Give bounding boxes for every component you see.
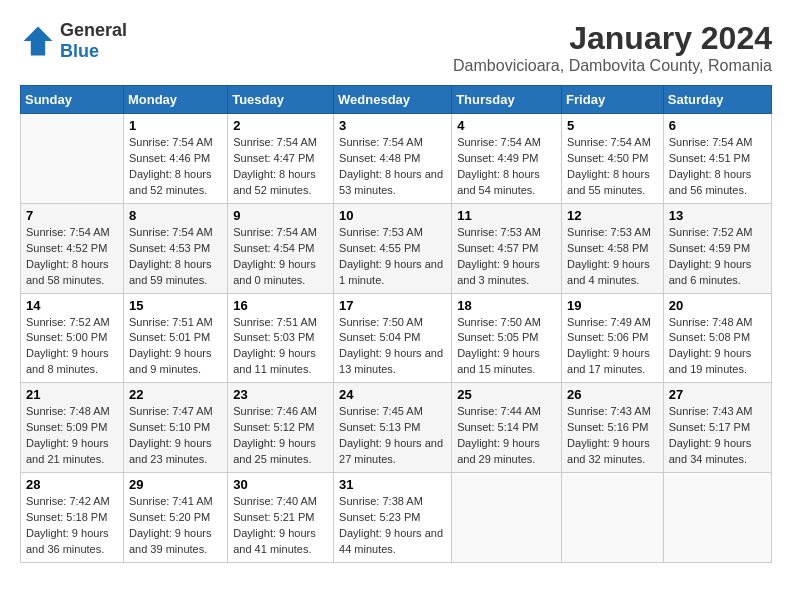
day-number: 2 — [233, 118, 328, 133]
calendar-week-row: 21 Sunrise: 7:48 AMSunset: 5:09 PMDaylig… — [21, 383, 772, 473]
day-number: 25 — [457, 387, 556, 402]
day-number: 24 — [339, 387, 446, 402]
day-number: 17 — [339, 298, 446, 313]
calendar-cell: 12 Sunrise: 7:53 AMSunset: 4:58 PMDaylig… — [562, 203, 664, 293]
day-info: Sunrise: 7:54 AMSunset: 4:49 PMDaylight:… — [457, 135, 556, 199]
day-info: Sunrise: 7:42 AMSunset: 5:18 PMDaylight:… — [26, 494, 118, 558]
day-number: 4 — [457, 118, 556, 133]
day-info: Sunrise: 7:54 AMSunset: 4:51 PMDaylight:… — [669, 135, 766, 199]
calendar-cell: 3 Sunrise: 7:54 AMSunset: 4:48 PMDayligh… — [334, 114, 452, 204]
day-info: Sunrise: 7:53 AMSunset: 4:57 PMDaylight:… — [457, 225, 556, 289]
calendar-week-row: 1 Sunrise: 7:54 AMSunset: 4:46 PMDayligh… — [21, 114, 772, 204]
calendar-cell: 28 Sunrise: 7:42 AMSunset: 5:18 PMDaylig… — [21, 473, 124, 563]
calendar-cell: 23 Sunrise: 7:46 AMSunset: 5:12 PMDaylig… — [228, 383, 334, 473]
day-info: Sunrise: 7:38 AMSunset: 5:23 PMDaylight:… — [339, 494, 446, 558]
day-number: 30 — [233, 477, 328, 492]
calendar-cell: 1 Sunrise: 7:54 AMSunset: 4:46 PMDayligh… — [123, 114, 227, 204]
calendar-cell: 31 Sunrise: 7:38 AMSunset: 5:23 PMDaylig… — [334, 473, 452, 563]
day-info: Sunrise: 7:40 AMSunset: 5:21 PMDaylight:… — [233, 494, 328, 558]
calendar-cell: 22 Sunrise: 7:47 AMSunset: 5:10 PMDaylig… — [123, 383, 227, 473]
calendar-cell: 29 Sunrise: 7:41 AMSunset: 5:20 PMDaylig… — [123, 473, 227, 563]
weekday-header: Friday — [562, 86, 664, 114]
calendar-week-row: 14 Sunrise: 7:52 AMSunset: 5:00 PMDaylig… — [21, 293, 772, 383]
day-number: 9 — [233, 208, 328, 223]
day-number: 20 — [669, 298, 766, 313]
day-number: 10 — [339, 208, 446, 223]
weekday-header: Sunday — [21, 86, 124, 114]
page-header: General Blue January 2024 Dambovicioara,… — [20, 20, 772, 75]
day-number: 27 — [669, 387, 766, 402]
calendar-week-row: 28 Sunrise: 7:42 AMSunset: 5:18 PMDaylig… — [21, 473, 772, 563]
logo-text: General Blue — [60, 20, 127, 62]
day-number: 19 — [567, 298, 658, 313]
calendar-cell: 5 Sunrise: 7:54 AMSunset: 4:50 PMDayligh… — [562, 114, 664, 204]
calendar-cell — [452, 473, 562, 563]
day-number: 18 — [457, 298, 556, 313]
calendar-cell: 9 Sunrise: 7:54 AMSunset: 4:54 PMDayligh… — [228, 203, 334, 293]
day-info: Sunrise: 7:54 AMSunset: 4:52 PMDaylight:… — [26, 225, 118, 289]
day-info: Sunrise: 7:43 AMSunset: 5:17 PMDaylight:… — [669, 404, 766, 468]
svg-marker-0 — [24, 27, 53, 56]
calendar-cell: 18 Sunrise: 7:50 AMSunset: 5:05 PMDaylig… — [452, 293, 562, 383]
calendar-cell — [663, 473, 771, 563]
calendar-cell — [21, 114, 124, 204]
location-title: Dambovicioara, Dambovita County, Romania — [453, 57, 772, 75]
day-info: Sunrise: 7:43 AMSunset: 5:16 PMDaylight:… — [567, 404, 658, 468]
day-info: Sunrise: 7:54 AMSunset: 4:46 PMDaylight:… — [129, 135, 222, 199]
day-info: Sunrise: 7:54 AMSunset: 4:47 PMDaylight:… — [233, 135, 328, 199]
day-number: 11 — [457, 208, 556, 223]
day-info: Sunrise: 7:47 AMSunset: 5:10 PMDaylight:… — [129, 404, 222, 468]
calendar-cell: 2 Sunrise: 7:54 AMSunset: 4:47 PMDayligh… — [228, 114, 334, 204]
day-info: Sunrise: 7:45 AMSunset: 5:13 PMDaylight:… — [339, 404, 446, 468]
day-number: 15 — [129, 298, 222, 313]
weekday-header-row: SundayMondayTuesdayWednesdayThursdayFrid… — [21, 86, 772, 114]
calendar-cell — [562, 473, 664, 563]
day-info: Sunrise: 7:53 AMSunset: 4:58 PMDaylight:… — [567, 225, 658, 289]
calendar-cell: 21 Sunrise: 7:48 AMSunset: 5:09 PMDaylig… — [21, 383, 124, 473]
day-number: 6 — [669, 118, 766, 133]
day-info: Sunrise: 7:48 AMSunset: 5:08 PMDaylight:… — [669, 315, 766, 379]
weekday-header: Thursday — [452, 86, 562, 114]
day-info: Sunrise: 7:54 AMSunset: 4:48 PMDaylight:… — [339, 135, 446, 199]
day-info: Sunrise: 7:48 AMSunset: 5:09 PMDaylight:… — [26, 404, 118, 468]
day-info: Sunrise: 7:54 AMSunset: 4:53 PMDaylight:… — [129, 225, 222, 289]
calendar-cell: 19 Sunrise: 7:49 AMSunset: 5:06 PMDaylig… — [562, 293, 664, 383]
calendar-cell: 16 Sunrise: 7:51 AMSunset: 5:03 PMDaylig… — [228, 293, 334, 383]
weekday-header: Wednesday — [334, 86, 452, 114]
day-info: Sunrise: 7:49 AMSunset: 5:06 PMDaylight:… — [567, 315, 658, 379]
day-number: 21 — [26, 387, 118, 402]
day-info: Sunrise: 7:53 AMSunset: 4:55 PMDaylight:… — [339, 225, 446, 289]
day-info: Sunrise: 7:54 AMSunset: 4:50 PMDaylight:… — [567, 135, 658, 199]
calendar-cell: 10 Sunrise: 7:53 AMSunset: 4:55 PMDaylig… — [334, 203, 452, 293]
logo: General Blue — [20, 20, 127, 62]
day-number: 26 — [567, 387, 658, 402]
day-info: Sunrise: 7:54 AMSunset: 4:54 PMDaylight:… — [233, 225, 328, 289]
day-info: Sunrise: 7:50 AMSunset: 5:04 PMDaylight:… — [339, 315, 446, 379]
calendar-cell: 26 Sunrise: 7:43 AMSunset: 5:16 PMDaylig… — [562, 383, 664, 473]
month-title: January 2024 — [453, 20, 772, 57]
logo-icon — [20, 23, 56, 59]
calendar-table: SundayMondayTuesdayWednesdayThursdayFrid… — [20, 85, 772, 563]
day-info: Sunrise: 7:51 AMSunset: 5:01 PMDaylight:… — [129, 315, 222, 379]
weekday-header: Saturday — [663, 86, 771, 114]
day-number: 28 — [26, 477, 118, 492]
day-number: 3 — [339, 118, 446, 133]
day-number: 8 — [129, 208, 222, 223]
day-number: 14 — [26, 298, 118, 313]
day-number: 22 — [129, 387, 222, 402]
calendar-cell: 14 Sunrise: 7:52 AMSunset: 5:00 PMDaylig… — [21, 293, 124, 383]
calendar-cell: 20 Sunrise: 7:48 AMSunset: 5:08 PMDaylig… — [663, 293, 771, 383]
day-info: Sunrise: 7:52 AMSunset: 5:00 PMDaylight:… — [26, 315, 118, 379]
calendar-cell: 11 Sunrise: 7:53 AMSunset: 4:57 PMDaylig… — [452, 203, 562, 293]
calendar-cell: 24 Sunrise: 7:45 AMSunset: 5:13 PMDaylig… — [334, 383, 452, 473]
day-info: Sunrise: 7:44 AMSunset: 5:14 PMDaylight:… — [457, 404, 556, 468]
calendar-cell: 15 Sunrise: 7:51 AMSunset: 5:01 PMDaylig… — [123, 293, 227, 383]
title-block: January 2024 Dambovicioara, Dambovita Co… — [453, 20, 772, 75]
calendar-cell: 6 Sunrise: 7:54 AMSunset: 4:51 PMDayligh… — [663, 114, 771, 204]
day-number: 29 — [129, 477, 222, 492]
logo-blue: Blue — [60, 41, 127, 62]
calendar-cell: 8 Sunrise: 7:54 AMSunset: 4:53 PMDayligh… — [123, 203, 227, 293]
calendar-cell: 4 Sunrise: 7:54 AMSunset: 4:49 PMDayligh… — [452, 114, 562, 204]
calendar-cell: 30 Sunrise: 7:40 AMSunset: 5:21 PMDaylig… — [228, 473, 334, 563]
calendar-cell: 13 Sunrise: 7:52 AMSunset: 4:59 PMDaylig… — [663, 203, 771, 293]
